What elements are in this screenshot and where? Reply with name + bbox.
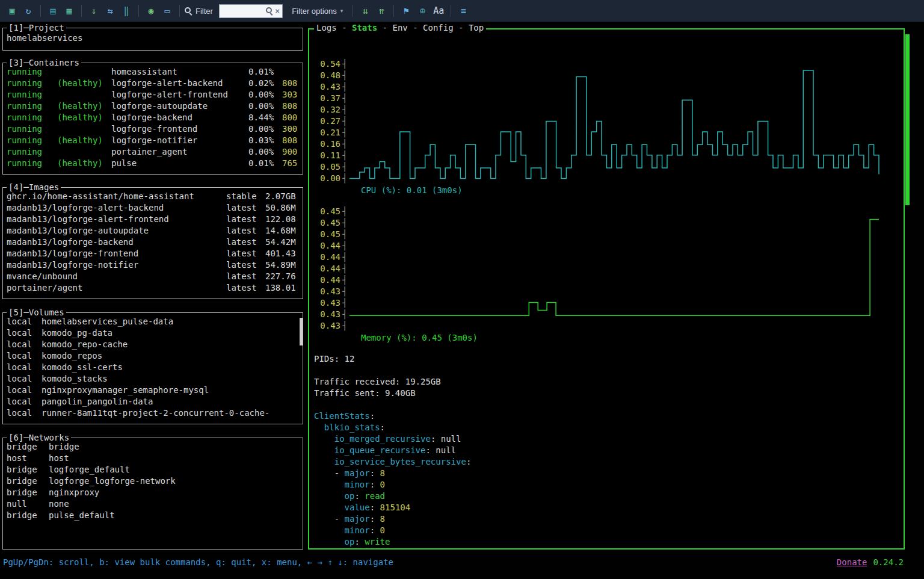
containers-panel-title: [3]─Containers — [7, 57, 81, 68]
volume-driver: local — [7, 339, 42, 351]
volume-row[interactable]: localkomodo_repos — [7, 351, 303, 362]
tab-top[interactable]: Top — [469, 23, 484, 33]
volume-row[interactable]: localnginxproxymanager_semaphore-mysql — [7, 385, 303, 397]
window-list-icon[interactable]: ▤ — [46, 4, 60, 18]
clear-filter-icon[interactable]: × — [275, 7, 280, 15]
container-row[interactable]: running(healthy)logforge-autoupdate0.00%… — [7, 101, 303, 113]
container-cpu: 0.02% — [248, 78, 282, 90]
donate-link[interactable]: Donate — [837, 557, 867, 567]
image-size: 227.76 — [265, 271, 303, 283]
container-row[interactable]: running(healthy)logforge-backend8.44%800 — [7, 113, 303, 124]
images-panel[interactable]: [4]─Images ghcr.io/home-assistant/home-a… — [2, 187, 303, 299]
image-row[interactable]: madanb13/logforge-frontendlatest401.43 — [7, 249, 303, 260]
volume-row[interactable]: localkomodo_repo-cache — [7, 339, 303, 351]
volume-row[interactable]: localkomodo_ssl-certs — [7, 362, 303, 374]
image-row[interactable]: madanb13/logforge-alert-backendlatest50.… — [7, 203, 303, 214]
network-row[interactable]: bridgebridge — [7, 442, 303, 453]
match-case-icon[interactable]: Aa — [431, 4, 446, 18]
goto-top-icon[interactable]: ⇈ — [374, 4, 389, 18]
search-list-icon[interactable]: ≡ — [456, 4, 470, 18]
image-size: 50.86M — [265, 203, 303, 214]
image-row[interactable]: madanb13/logforge-alert-frontendlatest12… — [7, 214, 303, 226]
network-name: bridge — [49, 442, 303, 453]
networks-panel[interactable]: [6]─Networks bridgebridgehosthostbridgel… — [2, 438, 303, 550]
filter-options-label: Filter options — [292, 7, 336, 16]
stats-line: PIDs: 12 — [314, 353, 471, 365]
container-row[interactable]: running(healthy)logforge-alert-backend0.… — [7, 78, 303, 90]
container-row[interactable]: runninghomeassistant0.01% — [7, 67, 303, 78]
stats-line: minor: 0 — [314, 525, 471, 536]
tab-config[interactable]: Config — [423, 23, 454, 33]
version-label: 0.24.2 — [873, 557, 904, 567]
container-row[interactable]: runninglogforge-frontend0.00%300 — [7, 124, 303, 135]
container-row[interactable]: runningportainer_agent0.00%900 — [7, 147, 303, 158]
cpu-chart-line — [349, 58, 881, 180]
network-row[interactable]: hosthost — [7, 453, 303, 465]
container-cpu: 8.44% — [248, 113, 282, 124]
project-panel[interactable]: [1]─Project homelabservices — [2, 28, 303, 51]
globe-icon[interactable]: ⊕ — [415, 4, 430, 18]
image-row[interactable]: portainer/agentlatest138.01 — [7, 283, 303, 294]
network-row[interactable]: bridgelogforge_logforge-network — [7, 476, 303, 488]
axis-tick: ┤ — [340, 93, 349, 104]
volume-driver: local — [7, 408, 42, 420]
network-row[interactable]: bridgenginxproxy — [7, 488, 303, 499]
new-tab-icon[interactable]: ▣ — [5, 4, 19, 18]
refresh-icon[interactable]: ↻ — [21, 4, 35, 18]
stats-line: - major: 8 — [314, 468, 471, 479]
image-tag: latest — [226, 214, 265, 226]
volume-row[interactable]: localkomodo_stacks — [7, 374, 303, 385]
volumes-scrollbar[interactable] — [300, 318, 303, 345]
image-row[interactable]: madanb13/logforge-backendlatest54.42M — [7, 237, 303, 249]
pause-icon[interactable]: ‖ — [119, 4, 134, 18]
containers-list: runninghomeassistant0.01%running(healthy… — [3, 63, 303, 170]
container-row[interactable]: running(healthy)pulse0.01%765 — [7, 158, 303, 170]
volume-row[interactable]: localkomodo_pg-data — [7, 328, 303, 339]
axis-tick: ┤ — [340, 274, 349, 286]
volume-row[interactable]: localpangolin_pangolin-data — [7, 397, 303, 408]
tab-logs[interactable]: Logs — [316, 23, 337, 33]
network-name: none — [49, 499, 303, 510]
axis-tick: ┤ — [340, 150, 349, 161]
image-row[interactable]: ghcr.io/home-assistant/home-assistantsta… — [7, 191, 303, 203]
stats-panel[interactable]: Logs - Stats - Env - Config - Top 0.54┤0… — [308, 28, 905, 550]
filter-input[interactable] — [222, 5, 264, 17]
network-row[interactable]: bridgelogforge_default — [7, 465, 303, 476]
axis-tick: ┤ — [340, 116, 349, 127]
network-row[interactable]: nullnone — [7, 499, 303, 510]
image-tag: latest — [226, 226, 265, 237]
filter-options-button[interactable]: Filter options ▾ — [287, 4, 348, 18]
volume-row[interactable]: localrunner-8am11tqt-project-2-concurren… — [7, 408, 303, 420]
image-row[interactable]: madanb13/logforge-autoupdatelatest14.68M — [7, 226, 303, 237]
y-axis-label: 0.00 — [318, 173, 340, 184]
monitor-icon[interactable]: ▦ — [62, 4, 76, 18]
filter-label: Filter — [196, 7, 213, 16]
volume-row[interactable]: localhomelabservices_pulse-data — [7, 317, 303, 328]
volumes-panel[interactable]: [5]─Volumes localhomelabservices_pulse-d… — [2, 312, 303, 424]
container-health: (healthy) — [57, 158, 111, 170]
image-row[interactable]: mvance/unboundlatest227.76 — [7, 271, 303, 283]
container-row[interactable]: running(healthy)logforge-notifier0.03%80… — [7, 135, 303, 147]
container-cpu: 0.01% — [248, 158, 282, 170]
goto-bottom-icon[interactable]: ⇊ — [358, 4, 372, 18]
network-row[interactable]: bridgepulse_default — [7, 510, 303, 522]
stats-panel-scrollbar[interactable] — [905, 34, 910, 205]
copy-icon[interactable]: ⇆ — [103, 4, 117, 18]
folder-icon[interactable]: ▭ — [160, 4, 174, 18]
container-row[interactable]: runninglogforge-alert-frontend0.00%303 — [7, 90, 303, 101]
toolbar-separator — [451, 5, 451, 17]
image-row[interactable]: madanb13/logforge-notifierlatest54.89M — [7, 260, 303, 271]
axis-tick: ┤ — [340, 217, 349, 229]
axis-tick: ┤ — [340, 138, 349, 150]
save-icon[interactable]: ⇓ — [87, 4, 101, 18]
container-name: logforge-backend — [111, 113, 248, 124]
tab-env[interactable]: Env — [392, 23, 407, 33]
tab-stats[interactable]: Stats — [352, 23, 377, 33]
snapshot-icon[interactable]: ◉ — [144, 4, 158, 18]
containers-panel[interactable]: [3]─Containers runninghomeassistant0.01%… — [2, 63, 303, 175]
bookmark-icon[interactable]: ⚑ — [399, 4, 413, 18]
volume-name: komodo_ssl-certs — [42, 362, 303, 374]
y-axis-label: 0.37 — [318, 93, 340, 104]
network-name: nginxproxy — [49, 488, 303, 499]
network-driver: bridge — [7, 510, 49, 522]
